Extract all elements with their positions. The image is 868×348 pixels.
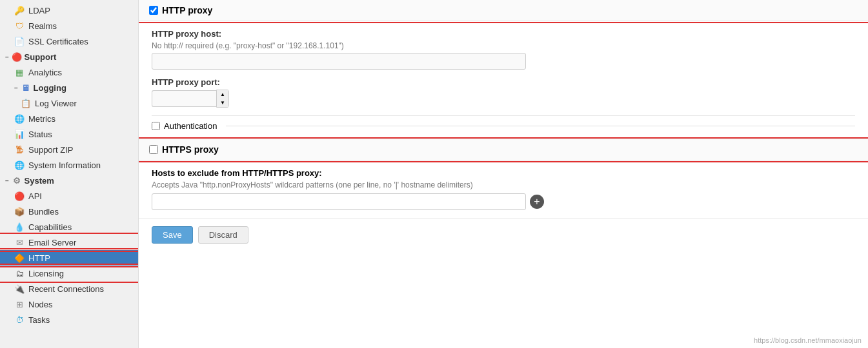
realms-icon: 🛡 bbox=[14, 21, 25, 31]
sidebar-item-label: LDAP bbox=[28, 6, 50, 15]
add-host-button[interactable]: + bbox=[530, 195, 544, 209]
sidebar-item-licensing[interactable]: 🗂 Licensing bbox=[0, 266, 138, 281]
sidebar-item-label: Status bbox=[28, 130, 52, 139]
minus-icon: – bbox=[5, 53, 9, 61]
licensing-icon: 🗂 bbox=[14, 268, 25, 278]
save-button[interactable]: Save bbox=[152, 226, 193, 244]
metrics-icon: 🌐 bbox=[14, 113, 25, 124]
http-proxy-section-header: HTTP proxy bbox=[139, 0, 868, 21]
sidebar-item-label: Metrics bbox=[28, 114, 56, 124]
sidebar-item-api[interactable]: 🔴 API bbox=[0, 188, 138, 204]
port-field-group: HTTP proxy port: ▲ ▼ bbox=[152, 77, 855, 108]
supportzip-icon: 🗜 bbox=[14, 144, 25, 155]
analytics-icon: ▦ bbox=[14, 67, 25, 77]
sidebar-item-sysinfo[interactable]: 🌐 System Information bbox=[0, 157, 138, 173]
sidebar-item-http[interactable]: 🔶 HTTP bbox=[0, 250, 138, 266]
sidebar-item-logviewer[interactable]: 📋 Log Viewer bbox=[0, 95, 138, 111]
main-content: HTTP proxy HTTP proxy host: No http:// r… bbox=[139, 0, 868, 348]
sidebar-item-label: Log Viewer bbox=[35, 99, 77, 108]
https-proxy-label: HTTPS proxy bbox=[162, 144, 219, 155]
hosts-exclude-section: Hosts to exclude from HTTP/HTTPS proxy: … bbox=[139, 160, 868, 218]
nodes-icon: ⊞ bbox=[14, 299, 25, 309]
sidebar-item-realms[interactable]: 🛡 Realms bbox=[0, 18, 138, 34]
action-row: Save Discard bbox=[139, 218, 868, 251]
sidebar-section-system[interactable]: – ⚙ System bbox=[0, 173, 138, 188]
spinner-buttons: ▲ ▼ bbox=[216, 90, 229, 108]
sidebar-item-label: System Information bbox=[28, 160, 101, 170]
hosts-exclude-input[interactable] bbox=[152, 193, 526, 210]
sidebar-item-label: Capabilities bbox=[28, 222, 72, 232]
sidebar-item-label: Analytics bbox=[28, 68, 62, 77]
sidebar-item-ssl[interactable]: 📄 SSL Certificates bbox=[0, 34, 138, 49]
spinner-up[interactable]: ▲ bbox=[217, 90, 228, 99]
sidebar-item-ldap[interactable]: 🔑 LDAP bbox=[0, 3, 138, 18]
logging-icon: 🖥 bbox=[21, 82, 31, 93]
system-icon: ⚙ bbox=[12, 175, 22, 186]
sidebar-section-logging[interactable]: – 🖥 Logging bbox=[0, 80, 138, 95]
sidebar-item-label: Bundles bbox=[28, 207, 59, 217]
sidebar-item-label: Realms bbox=[28, 21, 57, 31]
sidebar-item-capabilities[interactable]: 💧 Capabilities bbox=[0, 219, 138, 235]
hosts-exclude-label: Hosts to exclude from HTTP/HTTPS proxy: bbox=[152, 168, 855, 178]
auth-label: Authentication bbox=[164, 121, 217, 131]
status-icon: 📊 bbox=[14, 129, 25, 139]
auth-checkbox[interactable] bbox=[152, 122, 160, 130]
sidebar-section-support[interactable]: – 🔴 Support bbox=[0, 49, 138, 64]
sidebar-section-label: Support bbox=[25, 52, 57, 62]
sidebar-item-metrics[interactable]: 🌐 Metrics bbox=[0, 111, 138, 126]
http-proxy-checkbox[interactable] bbox=[149, 6, 158, 15]
sidebar-item-status[interactable]: 📊 Status bbox=[0, 126, 138, 142]
watermark: https://blog.csdn.net/mmaoxiaojun bbox=[754, 336, 862, 344]
minus-icon: – bbox=[5, 177, 9, 184]
http-proxy-label: HTTP proxy bbox=[162, 5, 212, 15]
ssl-icon: 📄 bbox=[14, 36, 25, 46]
discard-button[interactable]: Discard bbox=[198, 226, 248, 244]
sidebar-item-label: Recent Connections bbox=[28, 284, 104, 294]
sidebar-item-emailserver[interactable]: ✉ Email Server bbox=[0, 235, 138, 250]
sidebar-item-recentconn[interactable]: 🔌 Recent Connections bbox=[0, 281, 138, 296]
spinner-down[interactable]: ▼ bbox=[217, 99, 228, 107]
capabilities-icon: 💧 bbox=[14, 222, 25, 232]
host-field-hint: No http:// required (e.g. "proxy-host" o… bbox=[152, 41, 855, 50]
port-input-wrap: ▲ ▼ bbox=[152, 90, 229, 108]
minus-icon: – bbox=[14, 84, 18, 92]
sidebar-item-supportzip[interactable]: 🗜 Support ZIP bbox=[0, 142, 138, 157]
https-proxy-checkbox-label[interactable]: HTTPS proxy bbox=[149, 144, 219, 155]
sidebar-item-label: Support ZIP bbox=[28, 145, 73, 155]
sidebar-item-nodes[interactable]: ⊞ Nodes bbox=[0, 296, 138, 312]
recentconn-icon: 🔌 bbox=[14, 284, 25, 294]
auth-checkbox-label[interactable]: Authentication bbox=[152, 121, 217, 131]
sidebar-item-label: Nodes bbox=[28, 300, 53, 309]
sidebar: 🔑 LDAP 🛡 Realms 📄 SSL Certificates – 🔴 S… bbox=[0, 0, 139, 348]
https-proxy-section-header: HTTPS proxy bbox=[139, 139, 868, 160]
sidebar-item-label: SSL Certificates bbox=[28, 37, 88, 46]
host-field-label: HTTP proxy host: bbox=[152, 29, 855, 39]
port-input[interactable] bbox=[152, 90, 216, 107]
hosts-input-row: + bbox=[152, 193, 855, 210]
emailserver-icon: ✉ bbox=[14, 237, 25, 247]
sidebar-item-tasks[interactable]: ⏱ Tasks bbox=[0, 312, 138, 327]
auth-divider bbox=[226, 126, 855, 126]
ldap-icon: 🔑 bbox=[14, 5, 25, 15]
tasks-icon: ⏱ bbox=[14, 314, 25, 325]
sidebar-section-label: Logging bbox=[34, 83, 66, 93]
hosts-exclude-hint: Accepts Java "http.nonProxyHosts" wildca… bbox=[152, 180, 855, 189]
http-proxy-checkbox-label[interactable]: HTTP proxy bbox=[149, 5, 212, 15]
sidebar-section-label: System bbox=[25, 176, 54, 186]
sidebar-item-bundles[interactable]: 📦 Bundles bbox=[0, 204, 138, 219]
support-icon: 🔴 bbox=[12, 52, 22, 62]
https-proxy-checkbox[interactable] bbox=[149, 145, 158, 154]
sidebar-item-label: Email Server bbox=[28, 238, 76, 247]
sidebar-item-analytics[interactable]: ▦ Analytics bbox=[0, 64, 138, 80]
sysinfo-icon: 🌐 bbox=[14, 160, 25, 170]
host-field-group: HTTP proxy host: No http:// required (e.… bbox=[152, 29, 855, 70]
bundles-icon: 📦 bbox=[14, 206, 25, 217]
sidebar-item-label: Licensing bbox=[28, 269, 64, 278]
auth-row: Authentication bbox=[152, 115, 855, 131]
host-input[interactable] bbox=[152, 53, 526, 70]
sidebar-item-label: API bbox=[28, 191, 42, 201]
http-icon: 🔶 bbox=[14, 253, 25, 263]
http-proxy-body: HTTP proxy host: No http:// required (e.… bbox=[139, 21, 868, 139]
sidebar-item-label: Tasks bbox=[28, 315, 50, 325]
https-proxy-section: HTTPS proxy bbox=[139, 139, 868, 160]
